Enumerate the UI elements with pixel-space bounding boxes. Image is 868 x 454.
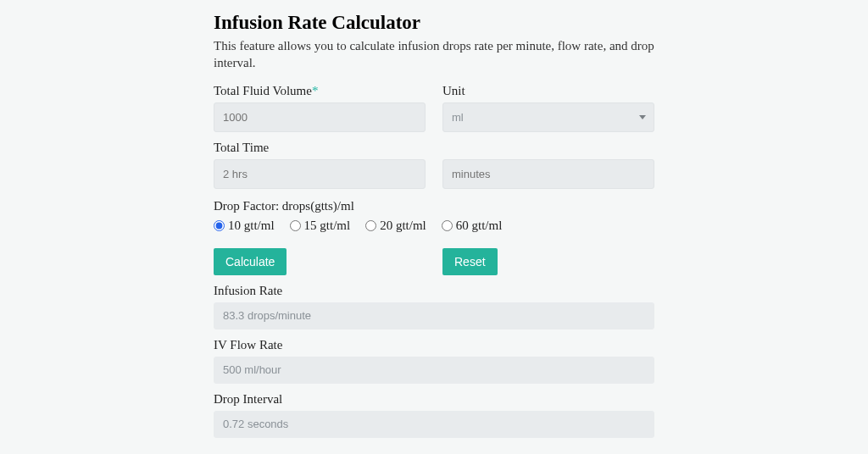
page-title: Infusion Rate Calculator [214,12,654,34]
drop-interval-value: 0.72 seconds [214,411,654,438]
flow-rate-label: IV Flow Rate [214,338,654,352]
volume-input[interactable] [214,102,426,132]
dropfactor-radio[interactable] [365,220,376,231]
dropfactor-option-60[interactable]: 60 gtt/ml [442,219,503,233]
dropfactor-radio[interactable] [290,220,301,231]
flow-rate-value: 500 ml/hour [214,357,654,384]
time-label: Total Time [214,141,426,155]
unit-label: Unit [442,84,654,98]
dropfactor-radios: 10 gtt/ml 15 gtt/ml 20 gtt/ml 60 gtt/ml [214,219,654,233]
time-minutes-input[interactable] [442,159,654,189]
page-subtitle: This feature allows you to calculate inf… [214,37,654,72]
calculate-button[interactable]: Calculate [214,248,287,275]
infusion-rate-value: 83.3 drops/minute [214,302,654,329]
volume-label: Total Fluid Volume* [214,84,426,98]
drop-interval-label: Drop Interval [214,392,654,407]
infusion-rate-label: Infusion Rate [214,284,654,298]
dropfactor-option-20[interactable]: 20 gtt/ml [365,219,426,233]
dropfactor-radio[interactable] [214,220,225,231]
reset-button[interactable]: Reset [442,248,498,275]
required-mark: * [312,84,319,97]
dropfactor-option-15[interactable]: 15 gtt/ml [290,219,351,233]
unit-select[interactable]: ml [442,102,654,132]
time-hours-input[interactable] [214,159,426,189]
dropfactor-label: Drop Factor: drops(gtts)/ml [214,199,654,213]
dropfactor-radio[interactable] [442,220,453,231]
time-minutes-spacer [442,141,654,155]
dropfactor-option-10[interactable]: 10 gtt/ml [214,219,275,233]
